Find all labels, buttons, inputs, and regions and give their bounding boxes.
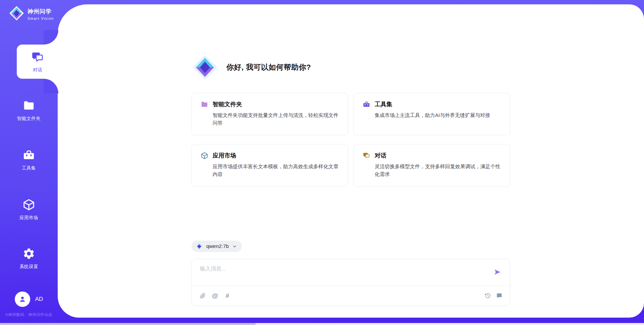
sidebar-item-label: 对话 — [33, 67, 42, 73]
card-smart-folder[interactable]: 智能文件夹 智能文件夹功能支持批量文件上传与清洗，轻松实现文件问答 — [192, 93, 348, 135]
card-description: 应用市场提供丰富长文本模板，助力高效生成多样化文章内容 — [213, 162, 339, 178]
model-selector[interactable]: qwen2:7b — [192, 241, 242, 252]
app-window: 神州问学 Smart Vision 你好, 我可以如何帮助你? 智能文件夹 智能… — [0, 0, 644, 325]
gear-icon — [22, 247, 35, 260]
folder-icon — [201, 101, 208, 108]
send-icon — [494, 268, 501, 276]
avatar — [15, 291, 30, 307]
mention-button[interactable]: @ — [212, 292, 218, 299]
user-initials: AD — [35, 296, 43, 303]
greeting: 你好, 我可以如何帮助你? — [192, 53, 311, 81]
horizontal-scrollbar[interactable] — [0, 323, 644, 325]
cube-icon — [201, 152, 208, 159]
copyright-footer: ©神州数码 · 神州问学出品 — [0, 312, 58, 317]
send-button[interactable] — [494, 268, 501, 276]
sidebar-item-settings[interactable]: 系统设置 — [0, 247, 58, 270]
at-icon: @ — [212, 292, 218, 299]
message-composer: @ # — [192, 259, 510, 306]
model-diamond-icon — [196, 243, 203, 250]
card-app-market[interactable]: 应用市场 应用市场提供丰富长文本模板，助力高效生成多样化文章内容 — [192, 144, 348, 187]
history-icon — [485, 292, 491, 299]
brand-logo: 神州问学 Smart Vision — [9, 5, 54, 21]
user-icon — [18, 295, 27, 304]
card-description: 灵活切换多模型文件，支持多样回复效果调试，满足个性化需求 — [375, 162, 501, 178]
attach-file-button[interactable] — [199, 292, 206, 299]
card-title: 应用市场 — [213, 151, 236, 159]
conversation-button[interactable] — [496, 292, 502, 299]
card-toolset[interactable]: 工具集 集成市场上主流工具，助力AI与外界无缝扩展与对接 — [354, 93, 510, 135]
card-chat[interactable]: 对话 灵活切换多模型文件，支持多样回复效果调试，满足个性化需求 — [354, 144, 510, 187]
chat-bubbles-icon — [363, 152, 370, 159]
card-description: 集成市场上主流工具，助力AI与外界无缝扩展与对接 — [375, 111, 501, 119]
sidebar-item-toolset[interactable]: 工具集 — [0, 149, 58, 171]
message-input[interactable] — [200, 266, 483, 272]
folder-icon — [22, 99, 35, 112]
cube-icon — [22, 198, 35, 211]
tab-curve-bottom — [44, 79, 58, 93]
feature-cards: 智能文件夹 智能文件夹功能支持批量文件上传与清洗，轻松实现文件问答 工具集 集成… — [192, 93, 510, 187]
greeting-title: 你好, 我可以如何帮助你? — [226, 62, 311, 72]
brand-diamond-icon — [9, 5, 24, 21]
briefcase-icon — [22, 149, 35, 161]
history-button[interactable] — [484, 292, 491, 299]
sidebar-item-label: 系统设置 — [19, 264, 38, 270]
chat-bubbles-icon — [31, 51, 44, 64]
greeting-diamond-icon — [192, 54, 218, 81]
chat-bubble-icon — [496, 292, 502, 299]
card-title: 工具集 — [375, 100, 392, 108]
main-panel: 你好, 我可以如何帮助你? 智能文件夹 智能文件夹功能支持批量文件上传与清洗，轻… — [58, 4, 644, 318]
sidebar-item-app-market[interactable]: 应用市场 — [0, 198, 58, 221]
chevron-down-icon — [232, 244, 237, 249]
briefcase-icon — [363, 101, 370, 108]
sidebar-item-chat[interactable]: 对话 — [17, 45, 58, 79]
tab-curve-top — [44, 30, 58, 45]
brand-name: 神州问学 — [28, 8, 54, 15]
brand-subtitle: Smart Vision — [28, 16, 54, 20]
hash-icon: # — [226, 292, 229, 299]
sidebar-item-smart-folder[interactable]: 智能文件夹 — [0, 99, 58, 122]
sidebar-item-label: 工具集 — [22, 165, 36, 171]
scrollbar-thumb[interactable] — [0, 323, 256, 325]
model-name: qwen2:7b — [206, 243, 229, 249]
topic-button[interactable]: # — [224, 292, 231, 299]
card-title: 智能文件夹 — [213, 100, 242, 108]
card-description: 智能文件夹功能支持批量文件上传与清洗，轻松实现文件问答 — [213, 111, 339, 127]
user-account[interactable]: AD — [0, 291, 58, 307]
sidebar-item-label: 智能文件夹 — [17, 116, 41, 122]
paperclip-icon — [200, 292, 206, 299]
sidebar-item-label: 应用市场 — [19, 215, 38, 221]
card-title: 对话 — [375, 151, 386, 159]
